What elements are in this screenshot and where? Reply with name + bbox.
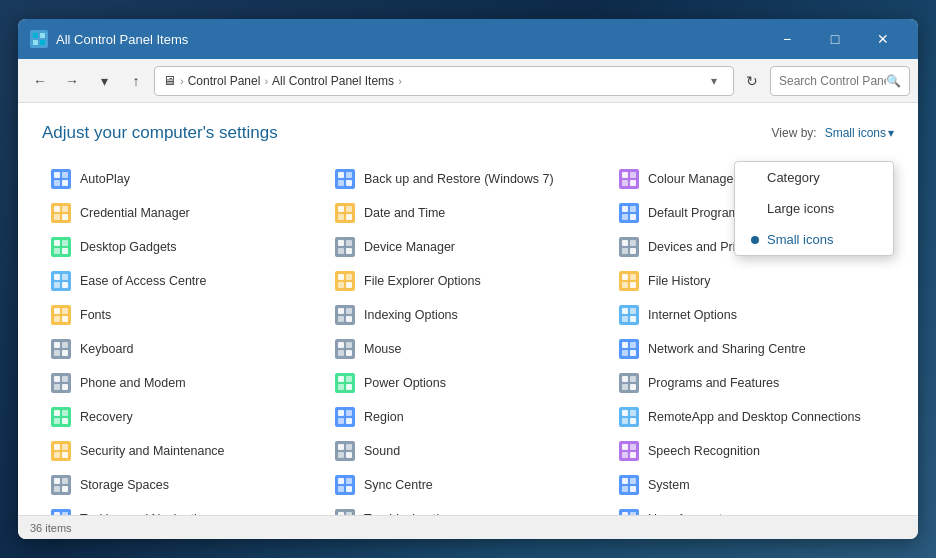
page-title: Adjust your computer's settings: [42, 123, 278, 143]
list-item[interactable]: Programs and Features: [610, 367, 894, 399]
svg-rect-38: [62, 248, 68, 254]
list-item[interactable]: Keyboard: [42, 333, 326, 365]
svg-rect-95: [54, 376, 60, 382]
item-label: Internet Options: [648, 308, 737, 322]
list-item[interactable]: Taskbar and Navigation: [42, 503, 326, 515]
list-item[interactable]: Phone and Modem: [42, 367, 326, 399]
list-item[interactable]: Recovery: [42, 401, 326, 433]
list-item[interactable]: Speech Recognition: [610, 435, 894, 467]
svg-rect-51: [62, 274, 68, 280]
back-button[interactable]: ←: [26, 67, 54, 95]
dropdown-small-icons[interactable]: Small icons: [735, 224, 893, 255]
svg-rect-122: [622, 418, 628, 424]
svg-rect-107: [622, 384, 628, 390]
svg-rect-89: [619, 339, 639, 359]
svg-rect-135: [622, 444, 628, 450]
list-item[interactable]: Desktop Gadgets: [42, 231, 326, 263]
svg-rect-92: [622, 350, 628, 356]
view-by-value-text: Small icons: [825, 126, 886, 140]
svg-rect-88: [346, 350, 352, 356]
list-item[interactable]: Sync Centre: [326, 469, 610, 501]
address-dropdown-button[interactable]: ▾: [703, 74, 725, 88]
svg-rect-90: [622, 342, 628, 348]
view-by-control: View by: Small icons ▾: [772, 126, 895, 140]
dropdown-category[interactable]: Category: [735, 162, 893, 193]
svg-rect-40: [338, 240, 344, 246]
refresh-button[interactable]: ↻: [738, 67, 766, 95]
svg-rect-2: [33, 40, 38, 45]
list-item[interactable]: Fonts: [42, 299, 326, 331]
svg-rect-23: [62, 214, 68, 220]
svg-rect-77: [622, 316, 628, 322]
history-dropdown-button[interactable]: ▾: [90, 67, 118, 95]
svg-rect-120: [622, 410, 628, 416]
list-item[interactable]: RemoteApp and Desktop Connections: [610, 401, 894, 433]
search-input[interactable]: [779, 74, 886, 88]
item-icon-desktop-gadgets: [50, 236, 72, 258]
svg-rect-99: [335, 373, 355, 393]
list-item[interactable]: File Explorer Options: [326, 265, 610, 297]
svg-rect-75: [622, 308, 628, 314]
item-icon-ease-of-access-centre: [50, 270, 72, 292]
list-item[interactable]: Sound: [326, 435, 610, 467]
breadcrumb-all-items[interactable]: All Control Panel Items: [272, 74, 394, 88]
svg-rect-4: [51, 169, 71, 189]
list-item[interactable]: Back up and Restore (Windows 7): [326, 163, 610, 195]
svg-rect-15: [622, 172, 628, 178]
address-field[interactable]: 🖥 › Control Panel › All Control Panel It…: [154, 66, 734, 96]
forward-button[interactable]: →: [58, 67, 86, 95]
maximize-button[interactable]: □: [812, 24, 858, 54]
breadcrumb-sep1: ›: [180, 75, 184, 87]
search-field[interactable]: 🔍: [770, 66, 910, 96]
list-item[interactable]: Mouse: [326, 333, 610, 365]
view-by-dropdown[interactable]: Small icons ▾: [825, 126, 894, 140]
svg-rect-50: [54, 274, 60, 280]
list-item[interactable]: Power Options: [326, 367, 610, 399]
svg-rect-16: [630, 172, 636, 178]
list-item[interactable]: Credential Manager: [42, 197, 326, 229]
list-item[interactable]: Troubleshooting: [326, 503, 610, 515]
list-item[interactable]: Date and Time: [326, 197, 610, 229]
svg-rect-25: [338, 206, 344, 212]
list-item[interactable]: Device Manager: [326, 231, 610, 263]
list-item[interactable]: Security and Maintenance: [42, 435, 326, 467]
svg-rect-113: [62, 418, 68, 424]
svg-rect-114: [335, 407, 355, 427]
svg-rect-147: [338, 486, 344, 492]
list-item[interactable]: Indexing Options: [326, 299, 610, 331]
list-item[interactable]: User Accounts: [610, 503, 894, 515]
list-item[interactable]: Internet Options: [610, 299, 894, 331]
item-label: Credential Manager: [80, 206, 190, 220]
list-item[interactable]: Region: [326, 401, 610, 433]
list-item[interactable]: Ease of Access Centre: [42, 265, 326, 297]
item-label: User Accounts: [648, 512, 729, 515]
breadcrumb-control-panel[interactable]: Control Panel: [188, 74, 261, 88]
svg-rect-35: [54, 240, 60, 246]
svg-rect-161: [346, 512, 352, 515]
svg-rect-143: [62, 486, 68, 492]
list-item[interactable]: System: [610, 469, 894, 501]
list-item[interactable]: Storage Spaces: [42, 469, 326, 501]
close-button[interactable]: ✕: [860, 24, 906, 54]
item-label: Mouse: [364, 342, 402, 356]
list-item[interactable]: AutoPlay: [42, 163, 326, 195]
svg-rect-136: [630, 444, 636, 450]
svg-rect-140: [54, 478, 60, 484]
up-button[interactable]: ↑: [122, 67, 150, 95]
svg-rect-20: [54, 206, 60, 212]
item-icon-remoteapp-and-desktop-connections: [618, 406, 640, 428]
list-item[interactable]: File History: [610, 265, 894, 297]
svg-rect-80: [54, 342, 60, 348]
item-label: Indexing Options: [364, 308, 458, 322]
dropdown-large-icons[interactable]: Large icons: [735, 193, 893, 224]
svg-rect-58: [346, 282, 352, 288]
item-icon-file-explorer-options: [334, 270, 356, 292]
address-bar: ← → ▾ ↑ 🖥 › Control Panel › All Control …: [18, 59, 918, 103]
window-icon: [30, 30, 48, 48]
minimize-button[interactable]: −: [764, 24, 810, 54]
item-icon-colour-management: [618, 168, 640, 190]
list-item[interactable]: Network and Sharing Centre: [610, 333, 894, 365]
svg-rect-24: [335, 203, 355, 223]
item-label: Programs and Features: [648, 376, 779, 390]
item-icon-user-accounts: [618, 508, 640, 515]
